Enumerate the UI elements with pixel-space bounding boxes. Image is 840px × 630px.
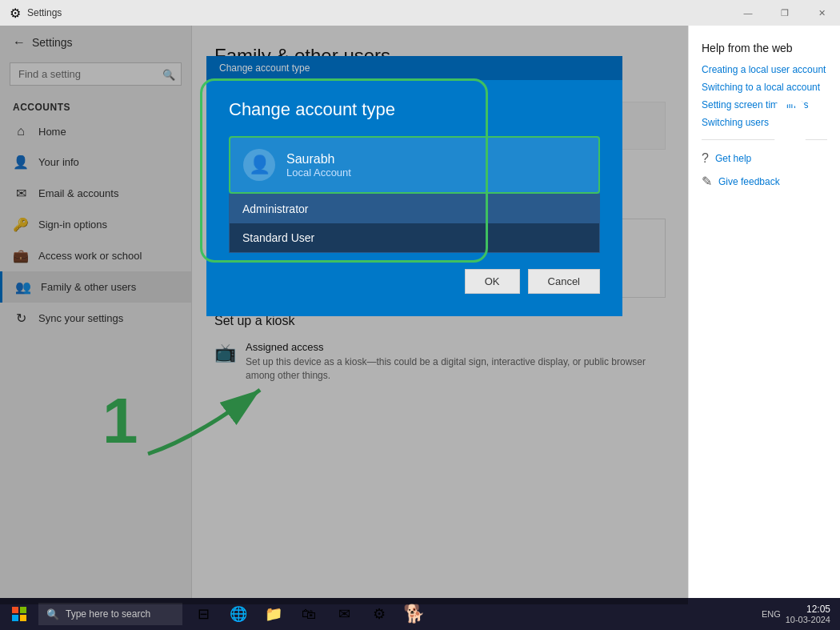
taskbar-dog-icon: 🐕	[403, 604, 425, 624]
dialog-title: Change account type	[229, 99, 600, 120]
taskbar-search[interactable]: 🔍 Type here to search	[38, 603, 182, 625]
taskbar-search-text: Type here to search	[66, 608, 150, 620]
windows-logo-icon	[12, 607, 26, 621]
get-help-action[interactable]: ? Get help	[702, 151, 827, 166]
dropdown-item-standard-user[interactable]: Standard User	[230, 223, 599, 252]
svg-rect-3	[12, 615, 18, 621]
dialog-user-name: Saurabh	[286, 152, 351, 167]
dialog-user-details: Saurabh Local Account	[286, 152, 351, 179]
feedback-icon: ✎	[702, 174, 712, 189]
titlebar: ⚙ Settings — ❐ ✕	[0, 0, 840, 26]
dialog-body: Change account type 👤 Saurabh Local Acco…	[206, 80, 622, 316]
help-link-create-local[interactable]: Creating a local user account	[702, 64, 827, 75]
taskbar-date-display: 10-03-2024	[786, 615, 830, 624]
dropdown-item-administrator[interactable]: Administrator	[230, 195, 599, 223]
help-divider	[702, 139, 827, 140]
change-account-type-dialog: Change account type Change account type …	[206, 56, 622, 316]
dialog-titlebar: Change account type	[206, 56, 622, 80]
dialog-cancel-button[interactable]: Cancel	[528, 269, 600, 294]
titlebar-left: ⚙ Settings	[0, 6, 62, 21]
titlebar-controls: — ❐ ✕	[730, 0, 840, 26]
help-title: Help from the web	[702, 42, 827, 54]
give-feedback-action[interactable]: ✎ Give feedback	[702, 174, 827, 189]
svg-rect-2	[20, 607, 26, 613]
dialog-user-account-type: Local Account	[286, 167, 351, 179]
svg-rect-4	[20, 615, 26, 621]
taskbar-right: ENG 12:05 10-03-2024	[762, 604, 840, 624]
get-help-label: Get help	[715, 153, 751, 164]
taskbar-lang: ENG	[762, 609, 781, 619]
annotation-number-2: 2	[773, 88, 809, 152]
dialog-user-avatar: 👤	[243, 149, 275, 181]
help-link-switch-local[interactable]: Switching to a local account	[702, 82, 827, 93]
taskbar-clock[interactable]: 12:05 10-03-2024	[786, 604, 830, 624]
help-icon: ?	[702, 151, 709, 166]
restore-button[interactable]: ❐	[766, 0, 803, 26]
dialog-button-row: OK Cancel	[229, 269, 600, 294]
right-panel: Help from the web Creating a local user …	[688, 26, 840, 604]
minimize-button[interactable]: —	[730, 0, 766, 26]
help-link-screen-time[interactable]: Setting screen time limits	[702, 99, 827, 110]
dropdown-menu: Administrator Standard User	[229, 194, 600, 253]
give-feedback-label: Give feedback	[718, 176, 780, 187]
settings-icon: ⚙	[10, 6, 21, 21]
close-button[interactable]: ✕	[803, 0, 840, 26]
titlebar-title: Settings	[27, 7, 62, 18]
dialog-user-row: 👤 Saurabh Local Account	[229, 136, 600, 194]
dialog-titlebar-text: Change account type	[219, 62, 310, 74]
help-link-switch-users[interactable]: Switching users	[702, 117, 827, 128]
taskbar-system-tray: ENG	[762, 609, 781, 619]
dialog-user-dropdown-wrapper: 👤 Saurabh Local Account Administrator St…	[229, 136, 600, 253]
svg-rect-1	[12, 607, 18, 613]
dialog-dropdown: Administrator Standard User	[229, 194, 600, 253]
taskbar-time-display: 12:05	[786, 604, 830, 615]
dialog-ok-button[interactable]: OK	[465, 269, 520, 294]
taskbar-search-icon: 🔍	[46, 608, 59, 620]
